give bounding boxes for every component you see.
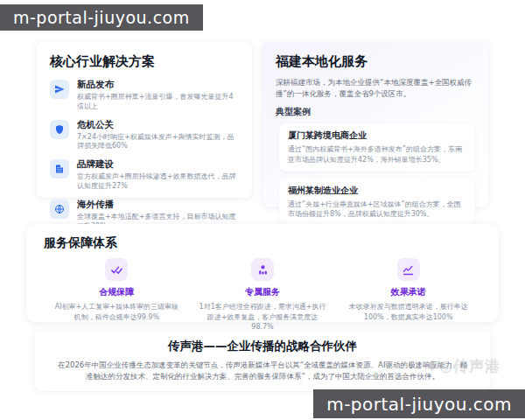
solution-item-brand-building: 品牌建设 官方权威发声+圈层持续渗透+效果数据迭代，品牌认知度提升27% <box>50 158 239 192</box>
service-guarantee-title: 服务保障体系 <box>44 235 481 251</box>
pillar-compliance: 合规保障 AI初审+人工复审+媒体终审的三级审核机制，稿件合规率达99.9% <box>44 258 190 332</box>
solution-item-title: 危机公关 <box>77 119 239 131</box>
service-guarantee-card: 服务保障体系 合规保障 AI初审+人工复审+媒体终审的三级审核机制，稿件合规率达… <box>26 224 499 322</box>
solution-item-desc: 权威背书+圈层种草+流量引爆，首发曝光量提升4倍以上 <box>77 93 239 112</box>
line-chart-icon <box>397 258 420 281</box>
typical-cases-label: 典型案例 <box>276 106 475 118</box>
watermark: ❖◎传声港 <box>425 356 500 376</box>
solution-item-title: 新品发布 <box>77 79 239 91</box>
local-services-card: 福建本地化服务 深耕福建市场，为本地企业提供“本地深度覆盖+全国权威传播”的一体… <box>262 42 488 206</box>
case-title: 厦门某跨境电商企业 <box>288 130 466 142</box>
site-url-badge-top: m-portal-jiuyou.com <box>0 4 203 31</box>
pillar-title: 效果承诺 <box>344 286 472 298</box>
solution-item-crisis-pr: 危机公关 7×24小时响应+权威媒体发声+舆情实时监测，品牌损失降低60% <box>50 119 239 152</box>
case-desc: 通过“国内权威背书+海外多语种发布”的组合方案，东南亚市场品牌认知度提升42%，… <box>288 144 466 164</box>
pillar-dedicated-service: 专属服务 1对1客户经理全程跟进，需求沟通+执行跟进+效果复盘，客户服务满意度达… <box>190 258 336 332</box>
case-fuzhou-manufacturing: 福州某制造业企业 通过“央媒+行业垂直媒体+区域媒体”的组合方案，全国市场份额提… <box>279 178 475 226</box>
globe-icon <box>50 200 69 219</box>
pillar-desc: AI初审+人工复审+媒体终审的三级审核机制，稿件合规率达99.9% <box>52 302 181 322</box>
watermark-text: 传声港 <box>453 357 500 374</box>
core-solutions-card: 核心行业解决方案 新品发布 权威背书+圈层种草+流量引爆，首发曝光量提升4倍以上… <box>37 42 252 198</box>
account-manager-icon <box>251 258 274 281</box>
solution-item-title: 品牌建设 <box>77 158 239 171</box>
building-icon <box>50 159 69 178</box>
solution-item-title: 海外传播 <box>77 199 239 211</box>
case-title: 福州某制造业企业 <box>288 185 466 197</box>
paper-plane-icon <box>50 80 69 99</box>
solution-item-desc: 7×24小时响应+权威媒体发声+舆情实时监测，品牌损失降低60% <box>77 133 239 152</box>
pillar-title: 合规保障 <box>52 286 181 298</box>
strategic-partner-card: 传声港——企业传播的战略合作伙伴 在2026年中国企业传播生态加速变革的关键节点… <box>35 330 490 391</box>
solution-item-new-product: 新品发布 权威背书+圈层种草+流量引爆，首发曝光量提升4倍以上 <box>50 79 239 112</box>
case-desc: 通过“央媒+行业垂直媒体+区域媒体”的组合方案，全国市场份额提升8%，品牌权威认… <box>288 200 466 220</box>
strategic-partner-body: 在2026年中国企业传播生态加速变革的关键节点，传声港新媒体平台以其“全域覆盖的… <box>58 360 467 382</box>
site-url-badge-bottom: m-portal-jiuyou.com <box>313 389 525 418</box>
pillar-desc: 1对1客户经理全程跟进，需求沟通+执行跟进+效果复盘，客户服务满意度达98.7% <box>199 302 327 332</box>
local-services-title: 福建本地化服务 <box>276 53 475 70</box>
pillar-title: 专属服务 <box>199 286 327 298</box>
double-check-icon <box>105 258 128 281</box>
solution-item-desc: 官方权威发声+圈层持续渗透+效果数据迭代，品牌认知度提升27% <box>77 172 239 192</box>
pillar-desc: 未收录补发与数据透明承诺，履行率达100%，数据真实率达100% <box>344 302 472 322</box>
shield-icon <box>50 120 69 139</box>
local-services-desc: 深耕福建市场，为本地企业提供“本地深度覆盖+全国权威传播”的一体化服务，覆盖全省… <box>276 77 475 100</box>
watermark-logo-icon: ❖◎ <box>425 357 453 374</box>
pillar-effect-commitment: 效果承诺 未收录补发与数据透明承诺，履行率达100%，数据真实率达100% <box>335 258 481 332</box>
strategic-partner-title: 传声港——企业传播的战略合作伙伴 <box>58 339 467 354</box>
case-xiamen-ecommerce: 厦门某跨境电商企业 通过“国内权威背书+海外多语种发布”的组合方案，东南亚市场品… <box>279 123 475 171</box>
core-solutions-title: 核心行业解决方案 <box>50 53 239 70</box>
